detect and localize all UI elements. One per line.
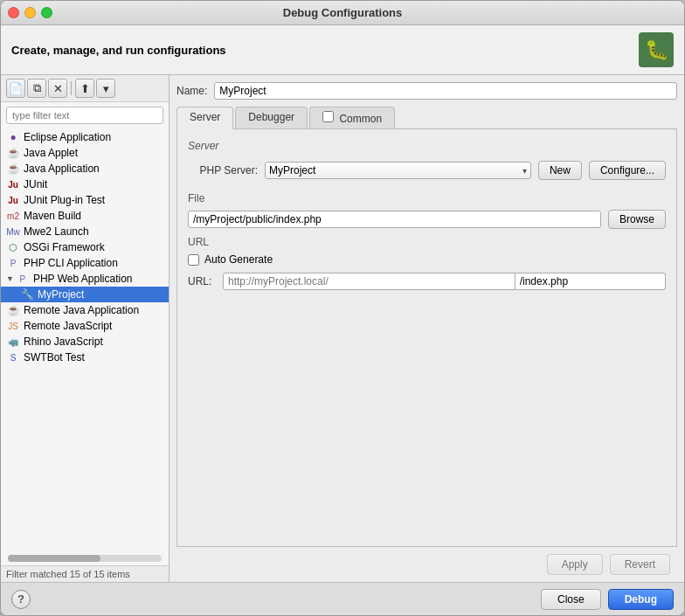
- footer-bar: ? Close Debug: [1, 582, 684, 615]
- delete-config-button[interactable]: ✕: [48, 79, 67, 98]
- osgi-icon: ⬡: [6, 240, 20, 254]
- tab-common-checkbox[interactable]: [322, 111, 334, 122]
- tree-scrollbar-thumb: [8, 555, 100, 562]
- tree-item-remote-java[interactable]: ☕ Remote Java Application: [1, 302, 169, 318]
- tree-item-junit[interactable]: Ju JUnit: [1, 176, 169, 192]
- remote-java-icon: ☕: [6, 303, 20, 317]
- tree-item-label: PHP CLI Application: [24, 257, 118, 269]
- tree-item-label: Java Application: [24, 163, 100, 175]
- tree-item-label: MyProject: [38, 288, 84, 301]
- filter-input[interactable]: [6, 107, 163, 124]
- php-server-select-wrapper: MyProject ▾: [265, 162, 531, 179]
- tree-item-label: Rhino JavaScript: [24, 336, 103, 348]
- window-title: Debug Configurations: [283, 6, 403, 19]
- header-title: Create, manage, and run configurations: [11, 44, 226, 57]
- export-config-button[interactable]: ⬆: [75, 79, 94, 98]
- footer-left: ?: [11, 590, 31, 609]
- auto-generate-label: Auto Generate: [204, 253, 273, 266]
- tree-item-mwe2[interactable]: Mw Mwe2 Launch: [1, 224, 169, 239]
- java-app-icon: ☕: [6, 162, 20, 176]
- header-bar: Create, manage, and run configurations 🐛: [1, 25, 684, 75]
- apply-revert-actions: Apply Revert: [176, 547, 677, 575]
- help-button[interactable]: ?: [11, 590, 31, 609]
- debug-icon: 🐛: [639, 32, 674, 67]
- tabs-row: Server Debugger Common: [176, 107, 677, 129]
- url-section: URL Auto Generate URL:: [188, 236, 666, 290]
- filter-status-text: Filter matched 15 of 15 items: [6, 569, 130, 579]
- url-fields-row: URL:: [188, 273, 666, 290]
- tab-common-label: Common: [339, 113, 382, 125]
- tree-item-myproject[interactable]: 🔧 MyProject: [1, 287, 169, 302]
- file-row: Browse: [188, 210, 666, 229]
- php-server-select[interactable]: MyProject: [265, 162, 531, 179]
- close-button[interactable]: Close: [541, 589, 601, 610]
- config-tree: ● Eclipse Application ☕ Java Applet ☕ Ja…: [1, 128, 169, 551]
- more-options-button[interactable]: ▾: [96, 79, 115, 98]
- main-content: 📄 ⧉ ✕ ⬆ ▾ ● Eclipse Application ☕ Ja: [1, 75, 684, 582]
- footer-right: Close Debug: [541, 589, 674, 610]
- remote-js-icon: JS: [6, 319, 20, 333]
- name-label: Name:: [176, 85, 207, 97]
- tree-item-remote-js[interactable]: JS Remote JavaScript: [1, 318, 169, 334]
- swt-icon: S: [6, 350, 20, 364]
- php-web-icon: P: [16, 272, 30, 286]
- debug-configurations-window: Debug Configurations Create, manage, and…: [0, 0, 685, 616]
- name-input[interactable]: [214, 82, 677, 100]
- tree-item-label: Mwe2 Launch: [24, 225, 89, 238]
- url-label: URL:: [188, 275, 223, 287]
- eclipse-app-icon: ●: [6, 130, 20, 144]
- tree-item-rhino[interactable]: 🦏 Rhino JavaScript: [1, 334, 169, 350]
- rhino-icon: 🦏: [6, 335, 20, 349]
- tree-item-php-web[interactable]: ▼ P PHP Web Application: [1, 271, 169, 287]
- browse-button[interactable]: Browse: [608, 210, 666, 229]
- minimize-traffic-light[interactable]: [24, 7, 36, 18]
- close-traffic-light[interactable]: [8, 7, 19, 18]
- tree-item-label: Remote Java Application: [24, 304, 139, 316]
- url-main-input[interactable]: [223, 273, 515, 290]
- tab-debugger-label: Debugger: [248, 111, 294, 123]
- tab-server[interactable]: Server: [176, 107, 233, 129]
- name-row: Name:: [176, 82, 677, 100]
- new-config-button[interactable]: 📄: [6, 79, 25, 98]
- tree-item-swt[interactable]: S SWTBot Test: [1, 350, 169, 365]
- duplicate-config-button[interactable]: ⧉: [27, 79, 46, 98]
- titlebar: Debug Configurations: [1, 1, 684, 25]
- tree-item-maven[interactable]: m2 Maven Build: [1, 208, 169, 224]
- php-web-expand-arrow: ▼: [6, 274, 14, 283]
- junit-plugin-icon: Ju: [6, 193, 20, 207]
- tab-debugger[interactable]: Debugger: [235, 107, 308, 128]
- tab-common[interactable]: Common: [309, 107, 395, 128]
- junit-icon: Ju: [6, 177, 20, 191]
- right-panel: Name: Server Debugger Common Server: [170, 75, 684, 582]
- url-section-label: URL: [188, 236, 666, 248]
- configure-server-button[interactable]: Configure...: [589, 161, 666, 180]
- file-input[interactable]: [188, 211, 601, 228]
- tree-item-label: JUnit: [24, 178, 47, 190]
- tree-item-java-applet[interactable]: ☕ Java Applet: [1, 145, 169, 161]
- new-server-button[interactable]: New: [538, 161, 582, 180]
- url-suffix-input[interactable]: [515, 273, 666, 290]
- traffic-lights: [8, 7, 52, 18]
- apply-button[interactable]: Apply: [547, 554, 603, 575]
- debug-button[interactable]: Debug: [608, 589, 674, 610]
- tree-item-label: Maven Build: [24, 210, 81, 222]
- revert-button[interactable]: Revert: [610, 554, 670, 575]
- auto-generate-checkbox[interactable]: [188, 254, 199, 266]
- java-applet-icon: ☕: [6, 146, 20, 160]
- left-toolbar: 📄 ⧉ ✕ ⬆ ▾: [1, 75, 169, 102]
- tree-item-osgi[interactable]: ⬡ OSGi Framework: [1, 239, 169, 255]
- tree-item-java-app[interactable]: ☕ Java Application: [1, 161, 169, 176]
- help-icon: ?: [17, 592, 24, 606]
- file-section-label: File: [188, 192, 666, 204]
- tree-scrollbar[interactable]: [8, 555, 162, 562]
- tree-item-label: Eclipse Application: [24, 131, 111, 143]
- tree-item-eclipse-app[interactable]: ● Eclipse Application: [1, 129, 169, 145]
- tree-item-label: Java Applet: [24, 147, 78, 159]
- tree-item-label: JUnit Plug-in Test: [24, 194, 105, 206]
- tree-item-junit-plugin[interactable]: Ju JUnit Plug-in Test: [1, 192, 169, 208]
- maximize-traffic-light[interactable]: [41, 7, 52, 18]
- tree-item-php-cli[interactable]: P PHP CLI Application: [1, 255, 169, 271]
- file-section: File Browse: [188, 192, 666, 229]
- php-cli-icon: P: [6, 256, 20, 270]
- tree-item-label: SWTBot Test: [24, 351, 85, 363]
